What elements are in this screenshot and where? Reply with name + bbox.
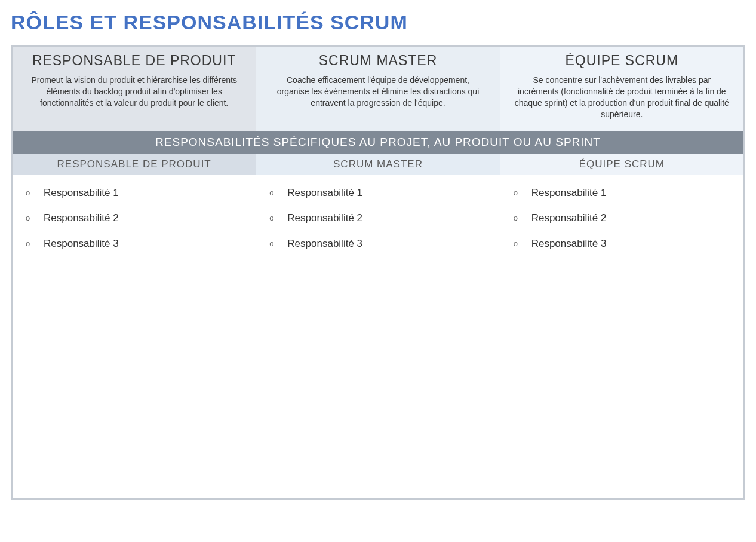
list-item: oResponsabilité 2 <box>514 212 730 225</box>
sub-header-product-owner: RESPONSABLE DE PRODUIT <box>13 154 256 175</box>
role-card-scrum-team: ÉQUIPE SCRUM Se concentre sur l'achèveme… <box>500 47 743 131</box>
role-desc-product-owner: Promeut la vision du produit et hiérarch… <box>22 75 246 109</box>
bullet-icon: o <box>26 238 33 250</box>
role-card-product-owner: RESPONSABLE DE PRODUIT Promeut la vision… <box>13 47 256 131</box>
bullet-icon: o <box>514 212 521 225</box>
list-item: oResponsabilité 3 <box>26 238 242 250</box>
role-title-scrum-team: ÉQUIPE SCRUM <box>510 53 734 69</box>
bullet-icon: o <box>269 238 276 250</box>
role-title-product-owner: RESPONSABLE DE PRODUIT <box>22 53 246 69</box>
resp-col-product-owner: oResponsabilité 1 oResponsabilité 2 oRes… <box>13 175 256 498</box>
resp-text: Responsabilité 3 <box>287 238 362 250</box>
banner-line-left <box>37 142 145 142</box>
bullet-icon: o <box>269 187 276 200</box>
bullet-icon: o <box>269 212 276 225</box>
resp-text: Responsabilité 1 <box>287 187 362 199</box>
roles-table: RESPONSABLE DE PRODUIT Promeut la vision… <box>11 45 745 500</box>
list-item: oResponsabilité 3 <box>269 238 486 250</box>
bullet-icon: o <box>26 187 33 200</box>
sub-header-scrum-team: ÉQUIPE SCRUM <box>500 154 743 175</box>
sub-header-row: RESPONSABLE DE PRODUIT SCRUM MASTER ÉQUI… <box>13 154 743 175</box>
list-item: oResponsabilité 1 <box>514 187 730 200</box>
bullet-icon: o <box>26 212 33 225</box>
resp-text: Responsabilité 3 <box>531 238 607 250</box>
list-item: oResponsabilité 3 <box>514 238 730 250</box>
list-item: oResponsabilité 2 <box>269 212 486 225</box>
list-item: oResponsabilité 1 <box>26 187 242 200</box>
resp-text: Responsabilité 2 <box>287 212 362 224</box>
roles-header-row: RESPONSABLE DE PRODUIT Promeut la vision… <box>13 47 743 131</box>
list-item: oResponsabilité 2 <box>26 212 242 225</box>
banner-line-right <box>611 142 719 142</box>
resp-text: Responsabilité 3 <box>44 238 119 250</box>
resp-col-scrum-team: oResponsabilité 1 oResponsabilité 2 oRes… <box>500 175 743 498</box>
resp-text: Responsabilité 1 <box>44 187 119 199</box>
resp-text: Responsabilité 2 <box>44 212 119 224</box>
bullet-icon: o <box>514 238 521 250</box>
list-item: oResponsabilité 1 <box>269 187 486 200</box>
resp-text: Responsabilité 2 <box>531 212 607 224</box>
page-title: RÔLES ET RESPONSABILITÉS SCRUM <box>11 11 745 34</box>
responsibilities-banner: RESPONSABILITÉS SPÉCIFIQUES AU PROJET, A… <box>13 131 743 154</box>
resp-text: Responsabilité 1 <box>531 187 607 199</box>
role-desc-scrum-master: Coache efficacement l'équipe de développ… <box>266 75 490 109</box>
sub-header-scrum-master: SCRUM MASTER <box>256 154 500 175</box>
role-title-scrum-master: SCRUM MASTER <box>266 53 490 69</box>
banner-text: RESPONSABILITÉS SPÉCIFIQUES AU PROJET, A… <box>145 136 611 149</box>
bullet-icon: o <box>514 187 521 200</box>
resp-col-scrum-master: oResponsabilité 1 oResponsabilité 2 oRes… <box>256 175 500 498</box>
responsibilities-row: oResponsabilité 1 oResponsabilité 2 oRes… <box>13 175 743 498</box>
role-desc-scrum-team: Se concentre sur l'achèvement des livrab… <box>510 75 734 120</box>
role-card-scrum-master: SCRUM MASTER Coache efficacement l'équip… <box>256 47 500 131</box>
